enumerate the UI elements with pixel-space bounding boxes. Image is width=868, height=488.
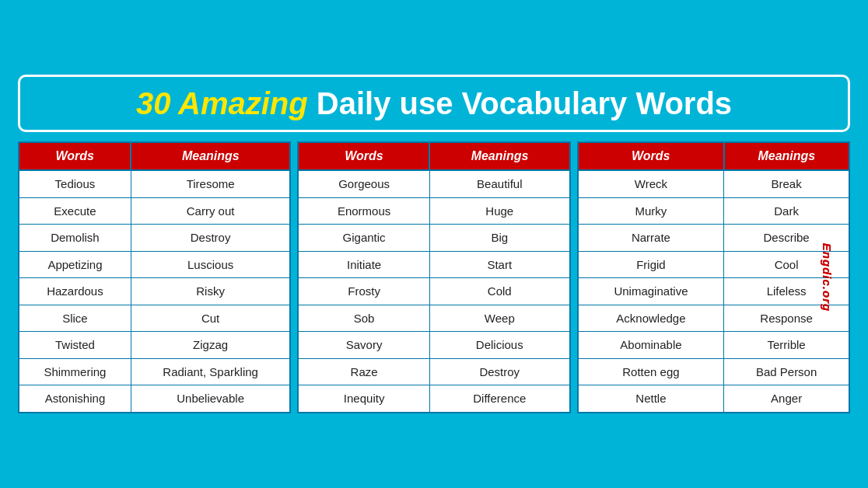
table-row: AbominableTerrible bbox=[578, 332, 849, 359]
title-box: 30 Amazing Daily use Vocabulary Words bbox=[18, 75, 850, 132]
table-cell: Acknowledge bbox=[578, 305, 724, 332]
table-cell: Beautiful bbox=[429, 170, 569, 197]
table-row: AstonishingUnbelievable bbox=[19, 385, 290, 413]
table-row: TediousTiresome bbox=[19, 170, 290, 197]
title-amazing: 30 Amazing bbox=[136, 86, 308, 120]
table-cell: Unbelievable bbox=[131, 385, 290, 413]
table-cell: Response bbox=[724, 305, 849, 332]
table-row: MurkyDark bbox=[578, 197, 849, 225]
table-row: HazardousRisky bbox=[19, 278, 290, 305]
table-row: SavoryDelicious bbox=[298, 332, 569, 359]
table-cell: Sob bbox=[298, 305, 429, 332]
table-cell: Anger bbox=[724, 385, 849, 413]
table-cell: Cool bbox=[724, 251, 849, 278]
table-cell: Radiant, Sparkling bbox=[131, 358, 290, 385]
table-row: RazeDestroy bbox=[298, 358, 569, 385]
table-cell: Inequity bbox=[298, 385, 429, 413]
table-cell: Nettle bbox=[578, 385, 724, 413]
table1-header-words: Words bbox=[19, 142, 131, 170]
table-cell: Raze bbox=[298, 358, 429, 385]
table-cell: Cold bbox=[429, 278, 569, 305]
table-cell: Destroy bbox=[131, 225, 290, 252]
table2-header-words: Words bbox=[298, 142, 429, 170]
tables-row: Words Meanings TediousTiresomeExecuteCar… bbox=[18, 141, 850, 413]
title-daily: Daily use Vocabulary Words bbox=[317, 86, 732, 120]
table-row: Rotten eggBad Person bbox=[578, 358, 849, 385]
table-cell: Bad Person bbox=[724, 358, 849, 385]
table-cell: Describe bbox=[724, 225, 849, 252]
table-row: TwistedZigzag bbox=[19, 332, 290, 359]
table-cell: Delicious bbox=[429, 332, 569, 359]
table-cell: Abominable bbox=[578, 332, 724, 359]
table-row: WreckBreak bbox=[578, 170, 849, 197]
table-cell: Savory bbox=[298, 332, 429, 359]
table-cell: Astonishing bbox=[19, 385, 131, 413]
table-cell: Initiate bbox=[298, 251, 429, 278]
table-cell: Big bbox=[429, 225, 569, 252]
table-cell: Appetizing bbox=[19, 251, 131, 278]
table-cell: Difference bbox=[429, 385, 569, 413]
vocab-table-3: Words Meanings WreckBreakMurkyDarkNarrat… bbox=[577, 141, 850, 413]
table-cell: Tiresome bbox=[131, 170, 290, 197]
table-row: SliceCut bbox=[19, 305, 290, 332]
table3-header-words: Words bbox=[578, 142, 724, 170]
table-cell: Gigantic bbox=[298, 225, 429, 252]
table-cell: Break bbox=[724, 170, 849, 197]
table-row: GiganticBig bbox=[298, 225, 569, 252]
table1-header-meanings: Meanings bbox=[131, 142, 290, 170]
table-cell: Slice bbox=[19, 305, 131, 332]
table-cell: Dark bbox=[724, 197, 849, 225]
table-cell: Huge bbox=[429, 197, 569, 225]
table-cell: Zigzag bbox=[131, 332, 290, 359]
table-row: FrigidCool bbox=[578, 251, 849, 278]
table-row: AcknowledgeResponse bbox=[578, 305, 849, 332]
table-cell: Unimaginative bbox=[578, 278, 724, 305]
table-cell: Demolish bbox=[19, 225, 131, 252]
table-wrapper-3: Words Meanings WreckBreakMurkyDarkNarrat… bbox=[577, 141, 850, 413]
vocab-table-1: Words Meanings TediousTiresomeExecuteCar… bbox=[18, 141, 291, 413]
table-cell: Execute bbox=[19, 197, 131, 225]
table2-header-meanings: Meanings bbox=[429, 142, 569, 170]
table-wrapper-2: Words Meanings GorgeousBeautifulEnormous… bbox=[297, 141, 570, 413]
table-cell: Narrate bbox=[578, 225, 724, 252]
table-cell: Destroy bbox=[429, 358, 569, 385]
table-cell: Risky bbox=[131, 278, 290, 305]
table-row: ShimmeringRadiant, Sparkling bbox=[19, 358, 290, 385]
table-row: GorgeousBeautiful bbox=[298, 170, 569, 197]
table-row: NarrateDescribe bbox=[578, 225, 849, 252]
table-cell: Start bbox=[429, 251, 569, 278]
table-cell: Hazardous bbox=[19, 278, 131, 305]
table-cell: Twisted bbox=[19, 332, 131, 359]
table-row: NettleAnger bbox=[578, 385, 849, 413]
table-row: UnimaginativeLifeless bbox=[578, 278, 849, 305]
table-cell: Frigid bbox=[578, 251, 724, 278]
page-title: 30 Amazing Daily use Vocabulary Words bbox=[36, 86, 832, 120]
table-cell: Shimmering bbox=[19, 358, 131, 385]
table-row: SobWeep bbox=[298, 305, 569, 332]
table-row: DemolishDestroy bbox=[19, 225, 290, 252]
table-row: InequityDifference bbox=[298, 385, 569, 413]
table-cell: Wreck bbox=[578, 170, 724, 197]
table-row: EnormousHuge bbox=[298, 197, 569, 225]
table-row: InitiateStart bbox=[298, 251, 569, 278]
table-row: FrostyCold bbox=[298, 278, 569, 305]
table-cell: Enormous bbox=[298, 197, 429, 225]
main-container: 30 Amazing Daily use Vocabulary Words Wo… bbox=[8, 64, 860, 424]
table-cell: Murky bbox=[578, 197, 724, 225]
table-wrapper-1: Words Meanings TediousTiresomeExecuteCar… bbox=[18, 141, 291, 413]
table-cell: Terrible bbox=[724, 332, 849, 359]
table3-header-meanings: Meanings bbox=[724, 142, 849, 170]
vocab-table-2: Words Meanings GorgeousBeautifulEnormous… bbox=[297, 141, 570, 413]
table-cell: Frosty bbox=[298, 278, 429, 305]
table-cell: Gorgeous bbox=[298, 170, 429, 197]
table-row: ExecuteCarry out bbox=[19, 197, 290, 225]
table-cell: Weep bbox=[429, 305, 569, 332]
table-cell: Cut bbox=[131, 305, 290, 332]
table-cell: Carry out bbox=[131, 197, 290, 225]
table-row: AppetizingLuscious bbox=[19, 251, 290, 278]
table-cell: Lifeless bbox=[724, 278, 849, 305]
table-cell: Rotten egg bbox=[578, 358, 724, 385]
table-cell: Luscious bbox=[131, 251, 290, 278]
table-cell: Tedious bbox=[19, 170, 131, 197]
